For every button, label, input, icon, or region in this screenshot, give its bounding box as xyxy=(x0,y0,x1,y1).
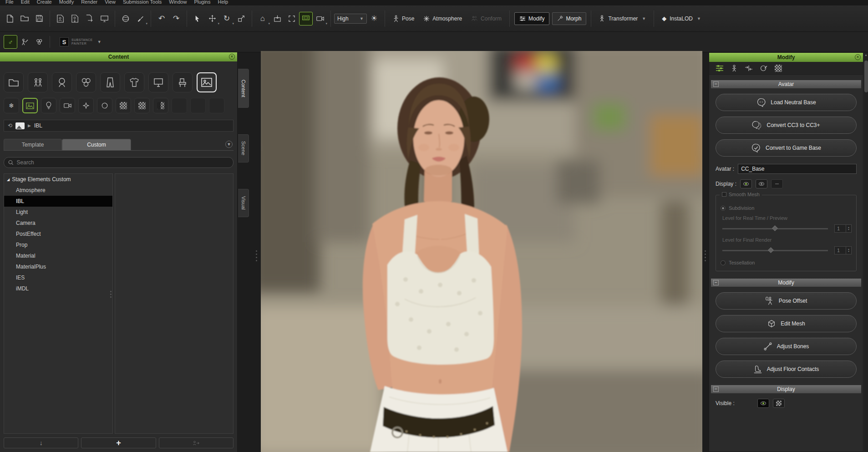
breadcrumb-item[interactable]: IBL xyxy=(34,122,42,129)
tree-item-light[interactable]: Light xyxy=(4,207,112,218)
category-stage[interactable] xyxy=(197,72,217,92)
tree-item-prop[interactable]: Prop xyxy=(4,239,112,250)
move-down-button[interactable]: ↓ xyxy=(4,437,78,448)
modify-section-bar[interactable]: − Modify xyxy=(711,279,861,287)
collapse-minus-icon[interactable]: − xyxy=(713,280,719,285)
scroll-up-icon[interactable]: ▲ xyxy=(864,53,868,56)
menu-item-edit[interactable]: Edit xyxy=(17,0,33,5)
edit-mesh-button[interactable]: Edit Mesh xyxy=(716,315,857,332)
display-toggle-off[interactable] xyxy=(771,179,783,188)
back-arrow-icon[interactable]: ⟲ xyxy=(8,122,12,129)
tree-item-material[interactable]: Material xyxy=(4,250,112,261)
collapse-minus-icon[interactable]: − xyxy=(713,81,719,87)
category-avatar[interactable] xyxy=(28,72,48,92)
load-neutral-base-button[interactable]: Load Neutral Base xyxy=(716,94,857,111)
menu-item-window[interactable]: Window xyxy=(165,0,190,5)
pose-offset-button[interactable]: Pose Offset xyxy=(716,292,857,310)
open-project-button[interactable] xyxy=(17,10,32,27)
tab-custom[interactable]: Custom xyxy=(62,139,131,150)
load-character-button[interactable] xyxy=(53,10,68,27)
edit-pose-button[interactable] xyxy=(17,34,32,50)
display-toggle-eye[interactable] xyxy=(740,179,752,188)
bake-button[interactable] xyxy=(133,10,147,27)
collapse-icon[interactable]: ▼ xyxy=(225,141,233,148)
collapse-minus-icon[interactable]: − xyxy=(713,386,719,392)
atmosphere-button[interactable]: Atmosphere xyxy=(419,12,467,25)
morph-mode-button[interactable]: Morph xyxy=(552,12,586,25)
tree-item-posteffect[interactable]: PostEffect xyxy=(4,229,112,239)
tree-root[interactable]: ◢ Stage Elements Custom xyxy=(4,174,112,185)
scale-tool-button[interactable] xyxy=(234,10,249,27)
add-item-button[interactable]: + xyxy=(81,437,156,448)
redo-button[interactable]: ↷ xyxy=(169,10,183,27)
tab-template[interactable]: Template xyxy=(4,139,62,150)
pose-button[interactable]: Pose xyxy=(388,12,419,25)
menu-item-render[interactable]: Render xyxy=(77,0,101,5)
transformer-button[interactable]: Transformer ▼ xyxy=(594,15,650,22)
subcategory-atmosphere[interactable]: ❄ xyxy=(4,98,19,113)
tree-item-atmosphere[interactable]: Atmosphere xyxy=(4,185,112,196)
tree-expanded-icon[interactable]: ◢ xyxy=(7,178,10,182)
select-tool-button[interactable] xyxy=(190,10,205,27)
save-character-button[interactable] xyxy=(68,10,82,27)
lighting-button[interactable]: ☀ xyxy=(367,10,381,27)
subcategory-material[interactable] xyxy=(116,98,131,113)
category-prop[interactable] xyxy=(173,72,193,92)
modify-mode-button[interactable]: Modify xyxy=(514,12,549,25)
avatar-name-input[interactable] xyxy=(738,164,857,174)
category-accessory[interactable] xyxy=(148,72,168,92)
face-edit-icon[interactable] xyxy=(760,65,767,72)
home-view-button[interactable]: ⌂ xyxy=(255,10,270,27)
avatar-section-bar[interactable]: − Avatar xyxy=(711,80,861,88)
right-scrollbar[interactable]: ▲ xyxy=(863,52,868,452)
adjust-floor-contacts-button[interactable]: Adjust Floor Contacts xyxy=(716,361,857,378)
visible-toggle[interactable] xyxy=(757,399,769,408)
display-section-bar[interactable]: − Display xyxy=(711,385,861,393)
quality-dropdown[interactable]: High ▼ xyxy=(334,14,367,24)
side-tab-content[interactable]: Content xyxy=(238,69,249,108)
subcategory-camera[interactable] xyxy=(60,98,75,113)
move-tool-button[interactable] xyxy=(205,10,219,27)
tree-item-ies[interactable]: IES xyxy=(4,272,112,283)
menu-item-help[interactable]: Help xyxy=(214,0,232,5)
pose-pin-icon[interactable] xyxy=(731,65,737,72)
category-shirt[interactable] xyxy=(124,72,144,92)
subcategory-effect[interactable] xyxy=(97,98,112,113)
subcategory-light[interactable] xyxy=(41,98,56,113)
sliders-green-icon[interactable] xyxy=(716,65,724,72)
export-button[interactable] xyxy=(82,10,97,27)
category-morph[interactable] xyxy=(52,72,72,92)
panel-splitter-handle[interactable] xyxy=(256,250,257,261)
align-arrows-icon[interactable] xyxy=(745,65,753,71)
subcategory-texture[interactable] xyxy=(153,98,168,113)
subcategory-ibl[interactable] xyxy=(22,98,38,113)
side-tab-scene[interactable]: Scene xyxy=(238,134,249,163)
tree-item-camera[interactable]: Camera xyxy=(4,218,112,229)
tree-scroll-handle[interactable] xyxy=(110,291,112,298)
menu-item-view[interactable]: View xyxy=(101,0,119,5)
category-cloth[interactable] xyxy=(100,72,120,92)
menu-item-file[interactable]: File xyxy=(2,0,17,5)
cluster-button[interactable] xyxy=(32,34,46,50)
menu-item-create[interactable]: Create xyxy=(33,0,56,5)
rotate-tool-button[interactable]: ↻ xyxy=(219,10,234,27)
menu-item-plugins[interactable]: Plugins xyxy=(190,0,214,5)
side-tab-visual[interactable]: Visual xyxy=(238,189,249,217)
viewport-3d[interactable] xyxy=(261,51,702,452)
menu-item-modify[interactable]: Modify xyxy=(56,0,77,5)
new-project-button[interactable] xyxy=(3,10,17,27)
convert-cc3-button[interactable]: Convert CC3 to CC3+ xyxy=(716,117,857,134)
subcategory-materialplus[interactable] xyxy=(134,98,150,113)
substance-painter-button[interactable]: S SUBSTANCE PAINTER ▼ xyxy=(60,37,102,46)
close-icon[interactable]: × xyxy=(229,54,235,60)
visible-material-toggle[interactable] xyxy=(773,399,785,408)
tree-item-materialplus[interactable]: MaterialPlus xyxy=(4,261,112,272)
undo-button[interactable]: ↶ xyxy=(154,10,169,27)
close-icon[interactable]: × xyxy=(855,54,861,60)
camera-angle-button[interactable] xyxy=(313,10,327,27)
scrollbar-thumb[interactable] xyxy=(864,61,868,92)
maximize-viewport-button[interactable] xyxy=(284,10,299,27)
character-mode-button[interactable]: ♂ xyxy=(4,35,17,49)
panel-splitter-handle[interactable] xyxy=(705,250,706,261)
category-folder[interactable] xyxy=(4,72,24,92)
